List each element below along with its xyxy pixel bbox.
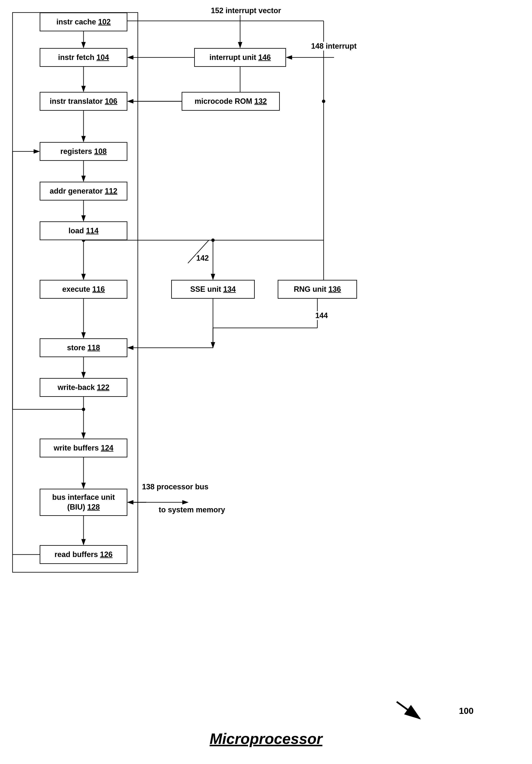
- registers-label: registers: [60, 147, 92, 156]
- processor-bus-label: 138 processor bus: [142, 482, 208, 491]
- instr-translator-label: instr translator: [50, 96, 103, 106]
- instr-cache-label: instr cache: [56, 17, 96, 27]
- write-buffers-num: 124: [101, 443, 113, 453]
- biu-num: 128: [87, 503, 100, 511]
- write-back-box: write-back 122: [40, 378, 127, 397]
- label-142: 142: [196, 254, 209, 263]
- instr-translator-num: 106: [105, 96, 117, 106]
- store-label: store: [67, 343, 86, 353]
- addr-generator-label: addr generator: [50, 186, 103, 196]
- write-buffers-box: write buffers 124: [40, 439, 127, 458]
- addr-generator-box: addr generator 112: [40, 182, 127, 201]
- instr-cache-box: instr cache 102: [40, 13, 127, 31]
- registers-box: registers 108: [40, 142, 127, 161]
- addr-generator-num: 112: [105, 186, 117, 196]
- registers-num: 108: [94, 147, 107, 156]
- biu-label2: (BIU) 128: [67, 502, 100, 512]
- load-label: load: [69, 226, 84, 236]
- store-box: store 118: [40, 338, 127, 357]
- instr-cache-num: 102: [98, 17, 111, 27]
- load-num: 114: [86, 226, 98, 236]
- instr-fetch-box: instr fetch 104: [40, 48, 127, 67]
- rng-unit-num: 136: [328, 285, 341, 294]
- diagram-container: instr cache 102 instr fetch 104 interrup…: [0, 0, 532, 764]
- sse-unit-num: 134: [223, 285, 236, 294]
- interrupt-label: 148 interrupt: [311, 42, 357, 51]
- write-back-label: write-back: [58, 383, 95, 392]
- read-buffers-label: read buffers: [55, 550, 98, 560]
- write-back-num: 122: [97, 383, 109, 392]
- instr-translator-box: instr translator 106: [40, 92, 127, 111]
- svg-point-23: [211, 239, 215, 242]
- label-144: 144: [315, 311, 328, 320]
- read-buffers-box: read buffers 126: [40, 545, 127, 564]
- execute-box: execute 116: [40, 280, 127, 299]
- microcode-rom-label: microcode ROM: [195, 96, 252, 106]
- ref-number: 100: [459, 706, 473, 716]
- svg-point-14: [322, 99, 325, 103]
- svg-point-32: [82, 408, 85, 411]
- read-buffers-num: 126: [100, 550, 112, 560]
- rng-unit-box: RNG unit 136: [278, 280, 357, 299]
- instr-fetch-num: 104: [96, 53, 109, 63]
- sse-unit-label: SSE unit: [190, 285, 221, 294]
- to-system-memory-label: to system memory: [159, 505, 225, 514]
- write-buffers-label: write buffers: [54, 443, 99, 453]
- biu-box: bus interface unit (BIU) 128: [40, 489, 127, 516]
- execute-label: execute: [62, 285, 90, 294]
- sse-unit-box: SSE unit 134: [171, 280, 255, 299]
- load-box: load 114: [40, 221, 127, 240]
- store-num: 118: [88, 343, 100, 353]
- rng-unit-label: RNG unit: [294, 285, 326, 294]
- microcode-rom-num: 132: [254, 96, 267, 106]
- biu-label: bus interface unit: [52, 492, 115, 502]
- microcode-rom-box: microcode ROM 132: [182, 92, 280, 111]
- interrupt-unit-num: 146: [258, 53, 271, 63]
- instr-fetch-label: instr fetch: [58, 53, 94, 63]
- interrupt-vector-label: 152 interrupt vector: [211, 6, 281, 15]
- page-title: Microprocessor: [0, 730, 532, 747]
- execute-num: 116: [92, 285, 105, 294]
- interrupt-unit-label: interrupt unit: [209, 53, 256, 63]
- interrupt-unit-box: interrupt unit 146: [194, 48, 286, 67]
- svg-line-45: [397, 702, 420, 718]
